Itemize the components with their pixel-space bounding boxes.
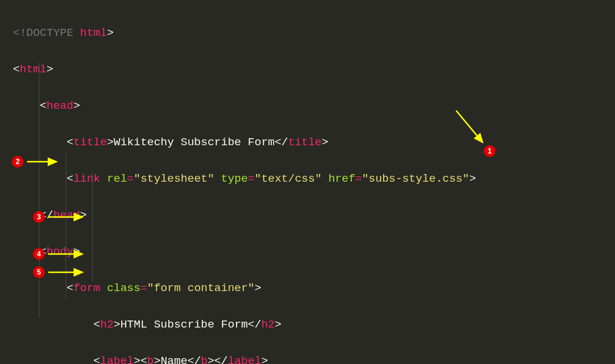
token: = (141, 282, 147, 295)
token: < (13, 63, 19, 76)
code-line: <body> (13, 243, 615, 261)
token: body (46, 245, 74, 258)
token: < (67, 136, 73, 149)
token: h2 (100, 318, 114, 331)
code-line: <!DOCTYPE html> (13, 24, 615, 42)
token: </ (187, 355, 201, 364)
token: = (127, 172, 134, 185)
token: type (221, 172, 248, 185)
code-line: <h2>HTML Subscribe Form</h2> (13, 316, 615, 334)
token: > (322, 136, 328, 149)
token: Wikitechy Subscribe Form (114, 136, 275, 149)
token: form (74, 282, 101, 295)
token: title (288, 136, 322, 149)
callout-badge-1: 1 (484, 145, 496, 157)
token: </ (248, 318, 261, 331)
code-line: <label><b>Name</b></label> (13, 352, 615, 364)
token: html (74, 26, 107, 39)
token: "form container" (147, 282, 254, 295)
token: > (80, 209, 87, 222)
token: = (355, 172, 362, 185)
token: < (40, 99, 46, 112)
token: h2 (261, 318, 275, 331)
code-line: <link rel="stylesheet" type="text/css" h… (13, 170, 615, 188)
code-line: <form class="form container"> (13, 279, 615, 298)
token: </ (214, 355, 228, 364)
token: class (107, 282, 141, 295)
token: < (67, 282, 73, 295)
code-line: <title>Wikitechy Subscribe Form</title> (13, 133, 615, 152)
token: < (67, 172, 73, 185)
token: b (147, 355, 154, 364)
token: > (154, 355, 160, 364)
token: title (74, 136, 107, 149)
token: = (248, 172, 254, 185)
token: head (46, 99, 74, 112)
token: html (19, 63, 46, 76)
token: > (255, 282, 261, 295)
token: label (228, 355, 261, 364)
token: HTML Subscribe Form (120, 318, 248, 331)
token: < (94, 355, 100, 364)
code-block: <!DOCTYPE html> <html> <head> <title>Wik… (0, 0, 615, 364)
token: "stylesheet" (134, 172, 214, 185)
callout-badge-5: 5 (33, 266, 45, 278)
token: rel (107, 172, 127, 185)
token: href (328, 172, 355, 185)
token: > (469, 172, 476, 185)
callout-badge-4: 4 (33, 248, 45, 260)
token: > (46, 63, 53, 76)
token: > (74, 99, 80, 112)
token: link (74, 172, 101, 185)
code-line: <head> (13, 97, 615, 115)
code-line: <html> (13, 61, 615, 79)
token: head (53, 209, 80, 222)
token: > (261, 355, 268, 364)
code-line: </head> (13, 206, 615, 225)
token: Name (161, 355, 188, 364)
token: > (208, 355, 214, 364)
token: </ (275, 136, 288, 149)
callout-badge-3: 3 (33, 211, 45, 223)
token: < (94, 318, 100, 331)
token: < (141, 355, 147, 364)
token: > (107, 136, 114, 149)
token: "text/css" (255, 172, 322, 185)
token: > (114, 318, 120, 331)
token: > (275, 318, 281, 331)
token: > (107, 26, 114, 39)
token: > (134, 355, 140, 364)
token: > (74, 245, 80, 258)
token: <!DOCTYPE (13, 26, 74, 39)
token: b (201, 355, 207, 364)
callout-badge-2: 2 (12, 156, 24, 168)
token: label (100, 355, 134, 364)
token: "subs-style.css" (362, 172, 469, 185)
